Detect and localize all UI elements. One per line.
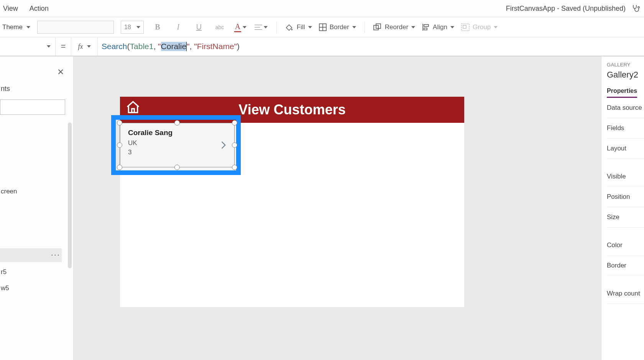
selection-name: Gallery2 [607,70,644,80]
svg-rect-13 [463,25,466,28]
tree-view-panel: ✕ nts creen ··· r5 w5 [0,56,74,360]
prop-layout[interactable]: Layout [607,139,644,159]
resize-handle[interactable] [232,142,237,148]
properties-panel: GALLERY Gallery2 Properties Data source … [601,56,644,360]
chevron-down-icon [47,45,51,48]
fx-icon: fx [78,43,83,51]
resize-handle[interactable] [174,165,180,170]
prop-fields[interactable]: Fields [607,118,644,139]
group-icon [461,23,470,31]
format-ribbon: Theme 18 B I U abc A Fill Border Reorder… [0,17,644,37]
workspace: ✕ nts creen ··· r5 w5 View Customers Cor… [0,56,644,360]
tab-properties[interactable]: Properties [607,88,637,98]
theme-dropdown[interactable]: Theme [2,23,30,31]
gallery-control[interactable]: Coralie Sang UK 3 [120,123,464,307]
fill-dropdown[interactable]: Fill [285,23,312,31]
fill-label: Fill [297,23,305,31]
tree-item[interactable]: creen [1,188,17,195]
italic-button[interactable]: I [171,20,185,34]
reorder-label: Reorder [385,23,408,31]
equals-label: = [56,41,71,51]
resize-handle[interactable] [174,120,180,126]
align-dropdown[interactable]: Align [422,23,454,31]
chevron-right-icon[interactable] [219,140,229,151]
chevron-down-icon [26,26,30,28]
border-dropdown[interactable]: Border [319,23,356,31]
prop-size[interactable]: Size [607,207,644,228]
fx-button[interactable]: fx [71,37,98,56]
resize-handle[interactable] [117,120,122,126]
svg-rect-10 [424,25,429,26]
resize-handle[interactable] [232,165,237,170]
svg-rect-11 [424,28,427,30]
gallery-item-body: 3 [128,149,231,156]
gallery-item-title: Coralie Sang [128,129,231,137]
tree-item[interactable]: r5 [1,268,7,276]
screen-preview: View Customers Coralie Sang UK 3 [120,97,464,307]
prop-border[interactable]: Border [607,256,644,276]
selection-category: GALLERY [607,62,644,68]
tree-search-input[interactable] [0,99,65,115]
chevron-down-icon [264,26,268,28]
chevron-down-icon [87,45,91,48]
chevron-down-icon [411,26,415,28]
underline-button[interactable]: U [192,20,206,34]
reorder-icon [373,23,382,31]
align-label: Align [433,23,447,31]
chevron-down-icon [450,26,454,28]
chevron-down-icon [136,26,140,28]
top-menu-bar: View Action FirstCanvasApp - Saved (Unpu… [0,0,644,17]
app-title: FirstCanvasApp - Saved (Unpublished) [506,5,626,13]
formula-table: Table1 [130,42,154,51]
chevron-down-icon [352,26,356,28]
screen-title: View Customers [120,102,464,118]
menu-action[interactable]: Action [30,5,49,13]
strikethrough-button[interactable]: abc [213,20,227,34]
formula-bar: = fx Search(Table1, "Coralie", "FirstNam… [0,37,644,56]
scrollbar-thumb[interactable] [68,122,72,268]
property-selector-dropdown[interactable] [0,37,56,56]
group-dropdown[interactable]: Group [461,23,498,31]
border-label: Border [330,23,349,31]
reorder-dropdown[interactable]: Reorder [373,23,415,31]
font-color-button[interactable]: A [233,20,247,34]
chevron-down-icon [243,26,246,28]
gallery-item[interactable]: Coralie Sang UK 3 [120,123,239,173]
prop-position[interactable]: Position [607,187,644,207]
prop-color[interactable]: Color [607,235,644,256]
font-family-dropdown[interactable] [37,21,114,34]
tree-header: nts [1,85,10,93]
chevron-down-icon [308,26,312,28]
gallery-item-subtitle: UK [128,139,231,147]
formula-function: Search [102,42,127,51]
formula-input[interactable]: Search(Table1, "Coralie", "FirstName") [98,37,644,56]
text-align-button[interactable] [254,20,268,34]
font-size-dropdown[interactable]: 18 [121,21,144,34]
align-icon [422,23,430,31]
prop-data-source[interactable]: Data source [607,98,644,118]
resize-handle[interactable] [232,120,237,126]
home-icon[interactable] [125,100,141,115]
menu-view[interactable]: View [3,5,18,13]
resize-handle[interactable] [117,142,122,148]
paint-bucket-icon [285,23,294,31]
font-size-value: 18 [124,24,131,31]
theme-label: Theme [2,23,23,31]
prop-wrap-count[interactable]: Wrap count [607,284,644,304]
resize-handle[interactable] [117,165,122,170]
formula-search-value: Coralie [161,42,187,51]
more-icon[interactable]: ··· [51,250,60,260]
border-icon [319,23,327,31]
close-icon[interactable]: ✕ [57,67,64,77]
bold-button[interactable]: B [151,20,164,34]
tree-item[interactable]: w5 [1,284,9,292]
screen-header: View Customers [120,97,464,123]
group-label: Group [473,23,491,31]
design-canvas[interactable]: View Customers Coralie Sang UK 3 [74,56,601,360]
app-checker-icon[interactable] [630,3,641,14]
prop-visible[interactable]: Visible [607,167,644,187]
svg-point-0 [638,7,639,8]
formula-column: FirstName [197,42,234,51]
svg-rect-14 [132,109,135,112]
svg-rect-12 [462,24,469,31]
